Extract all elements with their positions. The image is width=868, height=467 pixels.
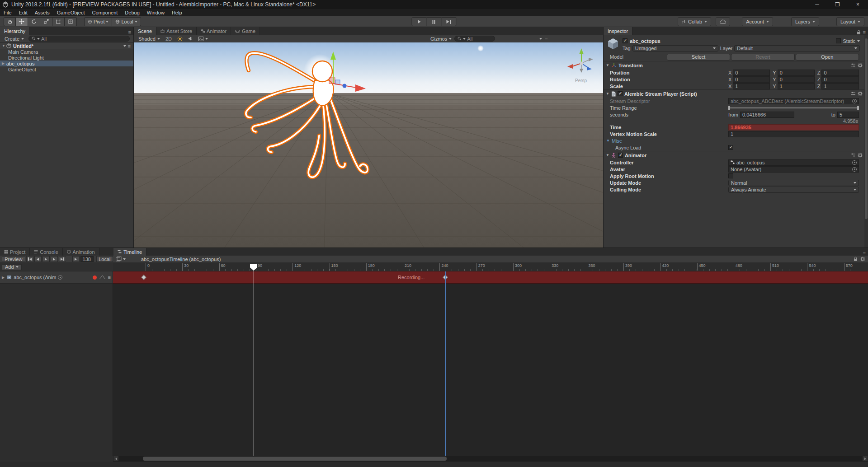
scale-z-field[interactable]: 1 — [821, 83, 859, 89]
scene-viewport[interactable]: Persp — [134, 42, 603, 248]
account-dropdown[interactable]: Account — [742, 17, 773, 26]
current-frame-field[interactable]: 138 — [80, 256, 94, 262]
scene-caret-icon[interactable] — [123, 45, 126, 47]
hierarchy-item-gameobject[interactable]: GameObject — [0, 66, 133, 72]
gizmo-plane-handle[interactable] — [329, 78, 335, 84]
model-open-button[interactable]: Open — [796, 54, 859, 61]
model-select-button[interactable]: Select — [667, 54, 730, 61]
gizmo-center-cube[interactable] — [580, 62, 583, 65]
persp-label[interactable]: Persp — [575, 78, 587, 83]
keyframe-diamond-icon[interactable] — [141, 275, 146, 280]
pivot-toggle-button[interactable]: Pivot — [84, 17, 112, 26]
tab-animation[interactable]: Animation — [63, 248, 99, 256]
gear-icon[interactable] — [858, 63, 863, 68]
scene-search-input[interactable]: All — [454, 36, 495, 42]
timeline-clip-area[interactable] — [113, 284, 868, 456]
time-range-slider[interactable] — [728, 106, 859, 110]
alembic-component-header[interactable]: ▼ Alembic Stream Player (Script) — [604, 89, 864, 98]
panel-menu-icon[interactable]: ≡ — [863, 250, 866, 256]
goto-end-button[interactable] — [59, 256, 66, 262]
stream-descriptor-field[interactable]: abc_octopus_ABCDesc (AlembicStreamDescri… — [728, 98, 859, 104]
scale-y-field[interactable]: 1 — [778, 83, 815, 89]
2d-toggle[interactable]: 2D — [163, 35, 175, 42]
slider-max-handle[interactable] — [857, 106, 859, 110]
cloud-button[interactable] — [716, 17, 730, 26]
object-picker-icon[interactable] — [852, 99, 857, 103]
menu-debug[interactable]: Debug — [121, 9, 143, 16]
gear-icon[interactable] — [858, 91, 863, 96]
layout-dropdown[interactable]: Layout — [836, 17, 864, 26]
maximize-icon[interactable]: ❒ — [827, 0, 848, 9]
goto-start-button[interactable] — [26, 256, 33, 262]
rotation-z-field[interactable]: 0 — [821, 76, 859, 83]
slider-min-handle[interactable] — [728, 106, 730, 110]
panel-menu-icon[interactable]: ≡ — [545, 36, 547, 42]
foldout-icon[interactable]: ▼ — [606, 153, 609, 157]
foldout-icon[interactable]: ▶ — [2, 61, 6, 65]
time-field[interactable]: 1.866935 — [728, 124, 859, 131]
from-field[interactable]: 0.0416666 — [740, 112, 794, 118]
tag-dropdown[interactable]: Untagged — [632, 45, 718, 51]
avatar-field[interactable]: None (Avatar) — [728, 166, 859, 173]
hierarchy-item-abc-octopus[interactable]: ▶ abc_octopus — [0, 61, 133, 66]
gear-icon[interactable] — [858, 153, 863, 158]
tab-console[interactable]: Console — [30, 248, 62, 256]
timeline-ruler[interactable]: 0306090120150180210240270300330360390420… — [113, 263, 868, 271]
rotation-y-field[interactable]: 0 — [778, 76, 815, 83]
foldout-icon[interactable]: ▼ — [606, 92, 609, 96]
step-button[interactable] — [442, 17, 457, 26]
rotate-tool-button[interactable] — [28, 17, 40, 26]
object-picker-icon[interactable] — [852, 160, 857, 165]
foldout-icon[interactable]: ▶ — [2, 276, 5, 280]
panel-caret-icon[interactable] — [539, 38, 542, 40]
tab-game[interactable]: Game — [231, 27, 260, 35]
move-tool-button[interactable] — [16, 17, 28, 26]
search-filter-caret-icon[interactable] — [463, 38, 466, 40]
play-range-toggle[interactable] — [72, 256, 80, 262]
presets-icon[interactable] — [851, 153, 856, 158]
panel-menu-icon[interactable]: ≡ — [128, 29, 131, 35]
tab-asset-store[interactable]: Asset Store — [156, 27, 197, 35]
gizmo-z-handle[interactable] — [343, 84, 347, 88]
animator-component-header[interactable]: ▼ Animator — [604, 151, 864, 159]
scale-tool-button[interactable] — [40, 17, 52, 26]
rotation-x-field[interactable]: 0 — [733, 76, 770, 83]
menu-gameobject[interactable]: GameObject — [53, 9, 89, 16]
static-checkbox[interactable] — [836, 38, 841, 43]
tab-animator[interactable]: Animator — [197, 27, 231, 35]
foldout-icon[interactable]: ▼ — [2, 44, 6, 48]
tab-inspector[interactable]: Inspector — [604, 27, 632, 35]
scene-row[interactable]: ▼ Untitled* ≡ — [0, 43, 133, 49]
curves-icon[interactable] — [99, 275, 105, 280]
tab-hierarchy[interactable]: Hierarchy — [0, 27, 30, 35]
shading-mode-dropdown[interactable]: Shaded — [136, 35, 163, 42]
minimize-icon[interactable]: ─ — [807, 0, 827, 9]
position-y-field[interactable]: 0 — [778, 70, 815, 76]
menu-window[interactable]: Window — [143, 9, 168, 16]
lock-icon[interactable] — [854, 257, 858, 262]
scale-x-field[interactable]: 1 — [733, 83, 770, 89]
layers-dropdown[interactable]: Layers — [791, 17, 819, 26]
close-icon[interactable]: × — [848, 0, 868, 9]
controller-field[interactable]: abc_octopus — [728, 159, 859, 166]
position-x-field[interactable]: 0 — [733, 70, 770, 76]
preview-toggle-button[interactable]: Preview — [2, 256, 25, 262]
prev-frame-button[interactable] — [34, 256, 42, 262]
object-picker-icon[interactable] — [58, 275, 62, 280]
playhead-line[interactable] — [254, 264, 254, 456]
update-mode-dropdown[interactable]: Normal — [728, 180, 859, 186]
effects-dropdown[interactable] — [196, 35, 211, 42]
timeline-track-header[interactable]: ▶ abc_octopus (Anim ≡ — [0, 271, 113, 284]
recording-track-lane[interactable]: Recording... — [113, 271, 868, 284]
model-revert-button[interactable]: Revert — [731, 54, 794, 61]
add-track-button[interactable]: Add — [2, 264, 22, 270]
culling-mode-dropdown[interactable]: Always Animate — [728, 187, 859, 193]
misc-foldout[interactable]: ▼ Misc — [604, 137, 864, 144]
inspector-scrollbar[interactable] — [864, 35, 868, 248]
apply-root-motion-checkbox[interactable] — [728, 173, 733, 178]
scrollbar-handle[interactable] — [143, 457, 447, 461]
menu-file[interactable]: File — [0, 9, 15, 16]
gear-icon[interactable] — [860, 257, 865, 262]
object-name[interactable]: abc_octopus — [630, 38, 660, 44]
lighting-toggle[interactable] — [175, 35, 185, 42]
